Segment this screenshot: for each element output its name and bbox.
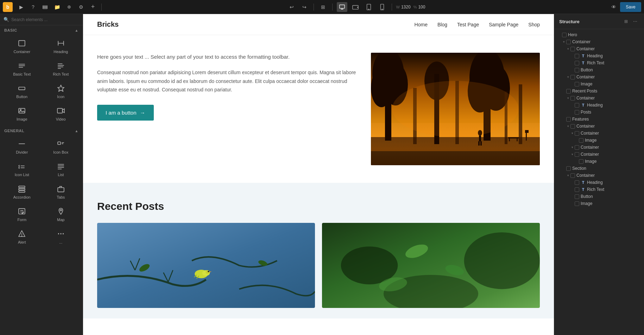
tree-checkbox[interactable] <box>579 138 583 143</box>
tree-item-heading-2[interactable]: THeading··· <box>554 102 644 109</box>
tree-item-image-1[interactable]: Image··· <box>554 80 644 88</box>
tree-item-container-4[interactable]: ▾Container··· <box>554 95 644 102</box>
tree-checkbox[interactable] <box>570 173 575 178</box>
tree-item-container-3[interactable]: ▾Container··· <box>554 73 644 80</box>
play-button[interactable]: ▶ <box>16 2 26 12</box>
post-card-1[interactable] <box>97 223 315 308</box>
tree-checkbox[interactable] <box>575 103 579 108</box>
tree-checkbox[interactable] <box>575 152 579 157</box>
icon-list-element[interactable]: Icon List <box>3 158 41 180</box>
tree-checkbox[interactable] <box>575 201 579 206</box>
tree-checkbox[interactable] <box>570 96 575 101</box>
tree-checkbox[interactable] <box>575 180 579 185</box>
divider-element[interactable]: Divider <box>3 136 41 157</box>
form-element[interactable]: Form <box>3 203 41 225</box>
tree-checkbox[interactable] <box>575 54 579 58</box>
tree-item-container-5[interactable]: ▾Container··· <box>554 123 644 130</box>
folder-button[interactable]: 📁 <box>52 2 62 12</box>
video-element[interactable]: Video <box>42 103 80 124</box>
list-element[interactable]: List <box>42 158 80 180</box>
tree-item-features[interactable]: Features··· <box>554 116 644 123</box>
tree-checkbox[interactable] <box>570 75 575 79</box>
nav-blog[interactable]: Blog <box>437 22 447 27</box>
post-card-2[interactable] <box>322 223 540 308</box>
redo-button[interactable]: ↪ <box>299 2 309 12</box>
search-input[interactable] <box>11 17 79 22</box>
canvas-area[interactable]: Bricks Home Blog Test Page Sample Page S… <box>83 14 554 335</box>
nav-home[interactable]: Home <box>415 22 428 27</box>
mobile-button[interactable] <box>377 2 387 12</box>
tree-checkbox[interactable] <box>575 82 579 86</box>
tree-item-container-6[interactable]: ▾Container··· <box>554 130 644 137</box>
tree-checkbox[interactable] <box>575 61 579 65</box>
tree-item-button-2[interactable]: Button··· <box>554 193 644 200</box>
tree-item-rich-text-2[interactable]: TRich Text··· <box>554 186 644 193</box>
tree-checkbox[interactable] <box>566 117 571 122</box>
desktop-button[interactable] <box>337 2 347 12</box>
tree-checkbox[interactable] <box>566 40 571 44</box>
tree-item-section-1[interactable]: Section··· <box>554 165 644 172</box>
tree-item-image-3[interactable]: Image··· <box>554 158 644 165</box>
tree-item-container-8[interactable]: ▾Container··· <box>554 151 644 158</box>
more-element[interactable]: ... <box>42 226 80 247</box>
basic-text-element[interactable]: Basic Text <box>3 58 41 79</box>
tree-item-hero[interactable]: Hero··· <box>554 31 644 38</box>
tree-checkbox[interactable] <box>575 68 579 72</box>
tree-item-posts-1[interactable]: Posts··· <box>554 109 644 116</box>
icon-box-element[interactable]: Icon Box <box>42 136 80 157</box>
structure-more-button[interactable]: ⋯ <box>631 18 639 25</box>
map-element[interactable]: Map <box>42 203 80 225</box>
tree-checkbox[interactable] <box>570 124 575 129</box>
heading-element[interactable]: Heading <box>42 35 80 57</box>
undo-button[interactable]: ↩ <box>287 2 297 12</box>
add-button[interactable]: + <box>88 2 98 12</box>
tree-checkbox[interactable] <box>570 47 575 51</box>
structure-view-button[interactable]: ⊞ <box>622 18 630 25</box>
tree-checkbox[interactable] <box>562 33 567 37</box>
tree-item-container-7[interactable]: ▾Container··· <box>554 144 644 151</box>
tree-item-button-1[interactable]: Button··· <box>554 66 644 73</box>
accordion-element[interactable]: Accordion <box>3 181 41 202</box>
zoom-display: % 100 <box>413 5 425 9</box>
settings-button[interactable]: ⚙ <box>76 2 86 12</box>
tablet-landscape-button[interactable] <box>350 2 361 12</box>
icon-element[interactable]: Icon <box>42 80 80 102</box>
app-logo[interactable]: b <box>3 2 13 12</box>
tree-item-heading-3[interactable]: THeading··· <box>554 179 644 186</box>
tree-item-image-4[interactable]: Image··· <box>554 200 644 207</box>
tabs-element[interactable]: Tabs <box>42 181 80 202</box>
image-element[interactable]: Image <box>3 103 41 124</box>
tree-checkbox[interactable] <box>579 159 583 164</box>
hero-cta-button[interactable]: I am a button → <box>97 105 154 121</box>
tree-checkbox[interactable] <box>566 89 571 94</box>
button-element[interactable]: Button <box>3 80 41 102</box>
tree-checkbox[interactable] <box>575 187 579 192</box>
tree-checkbox[interactable] <box>575 110 579 115</box>
alert-element[interactable]: Alert <box>3 226 41 247</box>
help-button[interactable]: ? <box>28 2 38 12</box>
tree-item-rich-text-1[interactable]: TRich Text··· <box>554 59 644 66</box>
layers-button[interactable] <box>40 2 50 12</box>
nav-sample-page[interactable]: Sample Page <box>489 22 518 27</box>
tree-item-container-9[interactable]: ▾Container··· <box>554 172 644 179</box>
nav-shop[interactable]: Shop <box>528 22 540 27</box>
tree-checkbox[interactable] <box>566 166 571 171</box>
rich-text-element[interactable]: Rich Text <box>42 58 80 79</box>
container-element[interactable]: Container <box>3 35 41 57</box>
tree-checkbox[interactable] <box>575 194 579 199</box>
tree-item-container-1[interactable]: ▾Container··· <box>554 38 644 45</box>
tree-checkbox[interactable] <box>575 145 579 150</box>
tablet-portrait-button[interactable] <box>364 2 374 12</box>
tree-item-image-2[interactable]: Image··· <box>554 137 644 144</box>
grid-button[interactable]: ⊞ <box>318 2 328 12</box>
nav-test-page[interactable]: Test Page <box>457 22 479 27</box>
general-section-header[interactable]: GENERAL ▲ <box>0 126 83 134</box>
wordpress-button[interactable]: ⊕ <box>64 2 74 12</box>
basic-section-header[interactable]: BASIC ▲ <box>0 25 83 34</box>
tree-item-recent-posts[interactable]: Recent Posts··· <box>554 88 644 95</box>
tree-checkbox[interactable] <box>575 131 579 136</box>
save-button[interactable]: Save <box>620 2 641 12</box>
eye-button[interactable]: 👁 <box>609 2 619 12</box>
tree-item-heading-1[interactable]: THeading··· <box>554 52 644 59</box>
tree-item-container-2[interactable]: ▾Container··· <box>554 45 644 52</box>
